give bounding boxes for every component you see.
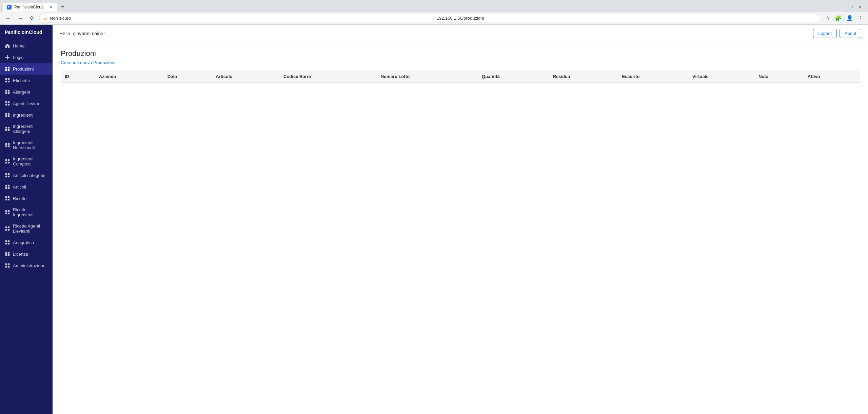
svg-rect-18: [5, 115, 7, 117]
forward-button[interactable]: →: [16, 15, 25, 22]
svg-rect-20: [5, 127, 7, 129]
sidebar-item-login[interactable]: Login: [0, 52, 53, 63]
col-data: Data: [163, 71, 212, 83]
plus-icon: [5, 55, 10, 60]
home-icon: [5, 43, 10, 48]
sidebar-label-agenti-lievitanti: Agenti lievitanti: [13, 101, 42, 106]
sidebar-label-ingredienti: Ingredienti: [13, 113, 34, 118]
sidebar-label-login: Login: [13, 55, 24, 60]
sidebar-label-allergeni: Allergeni: [13, 90, 30, 95]
sidebar-label-articoli: Articoli: [13, 184, 26, 190]
sidebar-label-articoli-categorie: Articoli categorie: [13, 173, 45, 178]
sidebar-item-ricette-agenti-lievitanti[interactable]: Ricette Agenti Lievitanti: [0, 220, 53, 237]
maximize-button[interactable]: □: [849, 4, 854, 10]
productions-table: ID Azienda Data Articolo Codice Barre Nu…: [61, 71, 860, 83]
sidebar-label-ricette: Ricette: [13, 196, 26, 201]
svg-rect-60: [5, 263, 7, 265]
sidebar-item-articoli[interactable]: Articoli: [0, 181, 53, 193]
svg-rect-58: [5, 254, 7, 256]
grid-icon-agenti: [5, 101, 10, 106]
col-attivo: Attivo: [804, 71, 860, 83]
grid-icon-licenza: [5, 251, 10, 257]
svg-rect-55: [8, 243, 9, 244]
sidebar-item-ricette-ingredienti[interactable]: Ricette Ingredienti: [0, 204, 53, 220]
active-tab[interactable]: P PanificioInCloud ✕: [3, 3, 57, 12]
top-bar: Hello, giovannimaina! Logout About: [53, 25, 868, 42]
sidebar-item-licenza[interactable]: Licenza: [0, 248, 53, 260]
grid-icon-articoli: [5, 184, 10, 190]
sidebar-item-anagrafica[interactable]: Anagrafica: [0, 237, 53, 248]
sidebar-item-agenti-lievitanti[interactable]: Agenti lievitanti: [0, 98, 53, 109]
sidebar-item-articoli-categorie[interactable]: Articoli categorie: [0, 170, 53, 181]
sidebar-item-ingredienti[interactable]: Ingredienti: [0, 109, 53, 121]
svg-rect-8: [5, 90, 7, 92]
svg-rect-6: [5, 81, 7, 82]
sidebar-item-ricette[interactable]: Ricette: [0, 193, 53, 204]
sidebar-item-amministrazione[interactable]: Amministrazione: [0, 260, 53, 271]
back-button[interactable]: ←: [3, 15, 13, 22]
svg-rect-15: [8, 104, 9, 105]
svg-rect-56: [5, 252, 7, 254]
profile-button[interactable]: 👤: [845, 14, 854, 22]
svg-rect-12: [5, 101, 7, 103]
close-window-button[interactable]: ✕: [857, 4, 863, 10]
tab-close-button[interactable]: ✕: [49, 5, 53, 9]
sidebar-label-licenza: Licenza: [13, 252, 28, 257]
main-content: Hello, giovannimaina! Logout About Produ…: [53, 25, 868, 414]
sidebar: PanificioInCloud Home Login Produzioni E…: [0, 25, 53, 414]
svg-rect-38: [5, 187, 7, 189]
tab-title: PanificioInCloud: [14, 5, 46, 9]
sidebar-item-ingredienti-allergeni[interactable]: Ingredienti Allergeni: [0, 121, 53, 137]
col-articolo: Articolo: [212, 71, 279, 83]
grid-icon-ing-composti: [5, 159, 10, 164]
grid-icon-ing-allergeni: [5, 126, 10, 132]
sidebar-item-produzioni[interactable]: Produzioni: [0, 63, 53, 75]
greeting-text: Hello, giovannimaina!: [59, 31, 105, 36]
sidebar-item-etichette[interactable]: Etichette: [0, 75, 53, 86]
col-nota: Nota: [754, 71, 803, 83]
browser-actions: ☆ 🧩 👤 ⋮: [824, 14, 865, 22]
minimize-button[interactable]: ─: [841, 4, 846, 10]
create-production-link[interactable]: Crea una nuova Produzione: [61, 60, 116, 65]
svg-rect-48: [5, 226, 7, 228]
security-icon: ⚠: [43, 16, 47, 21]
svg-rect-2: [5, 69, 7, 71]
sidebar-item-ingredienti-composti[interactable]: Ingredienti Composti: [0, 153, 53, 170]
svg-rect-36: [5, 185, 7, 186]
grid-icon-ricette-ing: [5, 210, 10, 215]
bookmark-button[interactable]: ☆: [824, 14, 831, 22]
extensions-button[interactable]: 🧩: [833, 14, 843, 22]
sidebar-item-allergeni[interactable]: Allergeni: [0, 86, 53, 98]
svg-rect-37: [8, 185, 9, 186]
sidebar-brand: PanificioInCloud: [0, 25, 53, 40]
svg-rect-39: [8, 187, 9, 189]
sidebar-item-ingredienti-nutrizionali[interactable]: Ingredienti Nutrizionali: [0, 137, 53, 153]
table-header-row: ID Azienda Data Articolo Codice Barre Nu…: [61, 71, 860, 83]
svg-rect-40: [5, 196, 7, 198]
reload-button[interactable]: ⟳: [28, 14, 36, 22]
new-tab-button[interactable]: +: [58, 2, 67, 12]
col-numero-lotto: Numero Lotto: [377, 71, 478, 83]
svg-rect-45: [8, 210, 9, 212]
grid-icon-anagrafica: [5, 240, 10, 245]
address-bar[interactable]: ⚠ Non sicuro | 192.168.1.50/produzioni: [39, 14, 821, 22]
svg-rect-43: [8, 199, 9, 200]
sidebar-label-etichette: Etichette: [13, 78, 30, 83]
sidebar-label-ingredienti-nutrizionali: Ingredienti Nutrizionali: [13, 140, 48, 150]
svg-rect-35: [8, 176, 9, 177]
logout-button[interactable]: Logout: [813, 29, 837, 38]
col-quantita: Quantità: [478, 71, 549, 83]
svg-rect-53: [8, 240, 9, 242]
svg-rect-5: [8, 78, 9, 80]
sidebar-item-home[interactable]: Home: [0, 40, 53, 52]
menu-button[interactable]: ⋮: [856, 14, 865, 22]
svg-rect-9: [8, 90, 9, 92]
svg-rect-34: [5, 176, 7, 177]
svg-rect-32: [5, 173, 7, 175]
sidebar-label-ingredienti-allergeni: Ingredienti Allergeni: [13, 124, 48, 134]
about-button[interactable]: About: [840, 29, 861, 38]
col-virtuale: Virtuale: [688, 71, 754, 83]
col-esaurito: Esaurito: [618, 71, 688, 83]
col-azienda: Azienda: [95, 71, 163, 83]
svg-rect-11: [8, 92, 9, 94]
